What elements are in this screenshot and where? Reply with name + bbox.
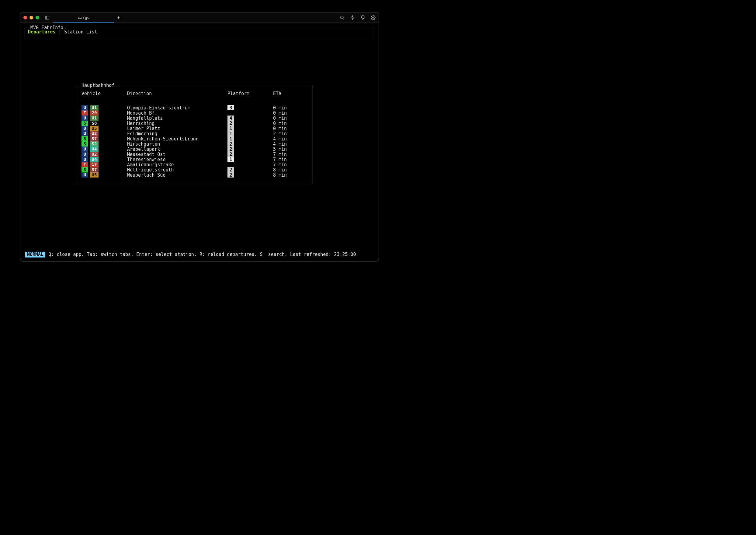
platform-cell: 4 [227, 116, 234, 121]
departures-area: Hauptbahnhof Vehicle Direction Platform … [24, 37, 375, 250]
svg-marker-4 [351, 15, 354, 19]
direction-cell: Höllriegelskreuth [127, 167, 227, 173]
line-badge: U5 [90, 126, 99, 131]
departure-row[interactable]: UU1Olympia-Einkaufszentrum30 min [81, 105, 307, 110]
eta-cell: 0 min [273, 116, 287, 121]
window-maximize-button[interactable] [36, 16, 39, 19]
departures-rows: UU1Olympia-Einkaufszentrum30 minT20Moosa… [81, 105, 307, 178]
vehicle-type-badge: T [81, 110, 88, 116]
platform-chip: 2 [227, 167, 234, 172]
departure-row[interactable]: UU5Neuperlach Süd28 min [81, 172, 307, 178]
vehicle-type-badge: U [81, 105, 88, 110]
departure-row[interactable]: T20Moosach Bf.0 min [81, 110, 307, 116]
direction-cell: Theresienwiese [127, 157, 227, 163]
window-close-button[interactable] [23, 16, 27, 19]
line-badge: 17 [90, 162, 99, 167]
platform-cell: 2 [227, 172, 234, 178]
vehicle-type-badge: T [81, 162, 88, 167]
svg-line-3 [343, 18, 344, 19]
direction-cell: Neuperlach Süd [127, 172, 227, 178]
platform-chip: 2 [227, 121, 234, 126]
line-badge: S2 [90, 141, 99, 147]
vehicle-type-badge: S [81, 141, 88, 147]
terminal-tab-strip: cargo + [53, 13, 123, 22]
eta-cell: 4 min [273, 136, 287, 142]
departure-row[interactable]: SS8Herrsching20 min [81, 121, 307, 126]
line-badge: S7 [90, 167, 99, 172]
platform-cell: 3 [227, 105, 234, 111]
bolt-icon[interactable] [350, 15, 355, 20]
line-badge: 20 [90, 110, 99, 116]
vehicle-cell: UU2 [81, 131, 127, 136]
eta-cell: 8 min [273, 172, 287, 178]
col-header-eta: ETA [273, 91, 281, 97]
line-badge: S8 [90, 121, 99, 126]
vehicle-cell: T20 [81, 110, 127, 116]
line-badge: U2 [90, 152, 99, 157]
app-title: MVG FahrInfo [29, 25, 65, 31]
vehicle-type-badge: U [81, 116, 88, 121]
window-titlebar: cargo + [20, 13, 379, 23]
platform-cell: 2 [227, 121, 234, 127]
vehicle-cell: SS7 [81, 167, 127, 172]
platform-chip: 2 [227, 172, 234, 178]
app-nav-tabs: Departures|Station List [28, 29, 371, 35]
app-header-panel: MVG FahrInfo Departures|Station List [25, 28, 374, 37]
window-minimize-button[interactable] [30, 16, 33, 19]
departure-row[interactable]: SS2Hirschgarten24 min [81, 141, 307, 147]
departure-row[interactable]: UU2Messestadt Ost27 min [81, 152, 307, 157]
vehicle-type-badge: U [81, 157, 88, 162]
vehicle-type-badge: U [81, 131, 88, 136]
platform-cell: 2 [227, 141, 234, 147]
departure-row[interactable]: UU2Feldmoching12 min [81, 131, 307, 136]
departure-row[interactable]: UU5Laimer Platz10 min [81, 126, 307, 131]
terminal-window: cargo + [20, 12, 379, 262]
platform-cell: 1 [227, 136, 234, 142]
platform-cell: 2 [227, 167, 234, 173]
vehicle-type-badge: U [81, 152, 88, 157]
departure-row[interactable]: SS7Höhenkirchen-Siegertsbrunn14 min [81, 136, 307, 141]
terminal-tab[interactable]: cargo [53, 13, 114, 22]
eta-cell: 7 min [273, 157, 287, 163]
departures-header-row: Vehicle Direction Platform ETA [81, 91, 307, 97]
lightbulb-icon[interactable] [360, 15, 365, 20]
vehicle-cell: UU4 [81, 147, 127, 152]
vehicle-type-badge: U [81, 172, 88, 178]
departure-row[interactable]: SS7Höllriegelskreuth28 min [81, 167, 307, 172]
search-icon[interactable] [340, 15, 344, 20]
status-help-text: Q: close app. Tab: switch tabs. Enter: s… [48, 252, 356, 258]
platform-cell: 2 [227, 152, 234, 157]
col-header-direction: Direction [127, 91, 227, 97]
eta-cell: 2 min [273, 131, 287, 137]
titlebar-actions [340, 15, 376, 20]
svg-point-2 [340, 16, 343, 18]
departures-panel: Hauptbahnhof Vehicle Direction Platform … [76, 86, 313, 183]
vehicle-type-badge: U [81, 126, 88, 131]
vehicle-type-badge: S [81, 136, 88, 141]
vehicle-cell: UU1 [81, 105, 127, 110]
direction-cell: Feldmoching [127, 131, 227, 137]
platform-chip: 2 [227, 152, 234, 157]
nav-tab[interactable]: Station List [64, 29, 97, 35]
line-badge: U1 [90, 105, 99, 110]
sidebar-toggle-icon[interactable] [45, 15, 49, 20]
status-bar: NORMAL Q: close app. Tab: switch tabs. E… [24, 250, 375, 260]
vehicle-cell: SS2 [81, 141, 127, 147]
plus-icon: + [117, 14, 120, 21]
vehicle-cell: UU2 [81, 152, 127, 157]
departure-row[interactable]: UU4Arabellapark25 min [81, 147, 307, 152]
departure-row[interactable]: UU1Mangfallplatz40 min [81, 116, 307, 121]
line-badge: U2 [90, 131, 99, 136]
eta-cell: 0 min [273, 105, 287, 111]
line-badge: U5 [90, 172, 99, 178]
departure-row[interactable]: UU4Theresienwiese17 min [81, 157, 307, 162]
departure-row[interactable]: T17Amalienburgstraße7 min [81, 162, 307, 167]
vehicle-type-badge: S [81, 121, 88, 126]
vehicle-cell: SS7 [81, 136, 127, 141]
new-tab-button[interactable]: + [114, 13, 123, 22]
vehicle-type-badge: U [81, 147, 88, 152]
traffic-lights [23, 16, 39, 19]
terminal-body: MVG FahrInfo Departures|Station List Hau… [20, 23, 379, 261]
gear-icon[interactable] [371, 15, 376, 20]
vehicle-cell: UU4 [81, 157, 127, 162]
